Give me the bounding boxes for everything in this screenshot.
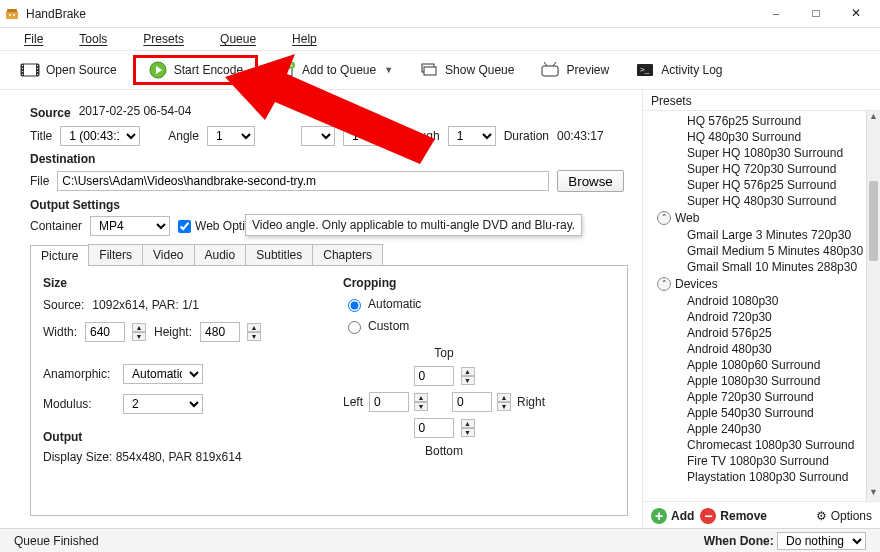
output-label: Output (43, 430, 303, 444)
crop-custom-radio[interactable]: Custom (343, 318, 545, 334)
preset-item[interactable]: Apple 1080p30 Surround (657, 373, 880, 389)
tab-filters[interactable]: Filters (88, 244, 143, 265)
preset-item[interactable]: Playstation 1080p30 Surround (657, 469, 880, 485)
menu-queue[interactable]: Queue (204, 30, 272, 48)
preset-item[interactable]: Super HQ 720p30 Surround (657, 161, 880, 177)
range-end-select[interactable]: 1 (448, 126, 496, 146)
tab-picture[interactable]: Picture (30, 245, 89, 266)
height-spinner[interactable]: ▲▼ (247, 323, 261, 341)
preset-item[interactable]: Android 1080p30 (657, 293, 880, 309)
add-to-queue-button[interactable]: + Add to Queue ▼ (268, 58, 401, 82)
crop-left-spinner[interactable]: ▲▼ (414, 393, 428, 411)
film-icon (20, 62, 40, 78)
svg-rect-12 (37, 68, 38, 69)
angle-label: Angle (168, 129, 199, 143)
maximize-button[interactable]: □ (796, 0, 836, 28)
start-encode-button[interactable]: Start Encode (140, 58, 251, 82)
crop-top-spinner[interactable]: ▲▼ (461, 367, 475, 385)
crop-bottom-input[interactable] (414, 418, 454, 438)
preset-item[interactable]: HQ 576p25 Surround (657, 113, 880, 129)
source-dim-label: Source: (43, 298, 84, 312)
output-settings-label: Output Settings (30, 198, 628, 212)
preset-item[interactable]: Apple 540p30 Surround (657, 405, 880, 421)
preset-remove-button[interactable]: −Remove (700, 508, 767, 524)
menu-presets[interactable]: Presets (127, 30, 200, 48)
preset-group-devices[interactable]: ˄Devices (657, 277, 880, 291)
crop-top-input[interactable] (414, 366, 454, 386)
preset-item[interactable]: Gmail Small 10 Minutes 288p30 (657, 259, 880, 275)
svg-line-24 (553, 62, 556, 66)
destination-file-input[interactable] (57, 171, 549, 191)
crop-right-spinner[interactable]: ▲▼ (497, 393, 511, 411)
svg-rect-11 (37, 65, 38, 66)
menu-help[interactable]: Help (276, 30, 333, 48)
duration-value: 00:43:17 (557, 129, 604, 143)
crop-right-input[interactable] (452, 392, 492, 412)
container-label: Container (30, 219, 82, 233)
menu-file[interactable]: File (8, 30, 59, 48)
preset-item[interactable]: Fire TV 1080p30 Surround (657, 453, 880, 469)
chevron-down-icon: ▼ (384, 65, 393, 75)
size-label: Size (43, 276, 303, 290)
when-done-select[interactable]: Do nothing (777, 532, 866, 550)
tab-audio[interactable]: Audio (194, 244, 247, 265)
preset-item[interactable]: Chromecast 1080p30 Surround (657, 437, 880, 453)
preset-item[interactable]: Apple 720p30 Surround (657, 389, 880, 405)
svg-rect-14 (37, 74, 38, 75)
browse-button[interactable]: Browse (557, 170, 623, 192)
svg-point-2 (9, 14, 11, 16)
title-label: Title (30, 129, 52, 143)
preset-add-button[interactable]: +Add (651, 508, 694, 524)
height-input[interactable] (200, 322, 240, 342)
preset-group-web[interactable]: ˄Web (657, 211, 880, 225)
crop-bottom-spinner[interactable]: ▲▼ (461, 419, 475, 437)
cropping-label: Cropping (343, 276, 545, 290)
tab-chapters[interactable]: Chapters (312, 244, 383, 265)
crop-bottom-label: Bottom (425, 444, 463, 458)
anamorphic-select[interactable]: Automatic (123, 364, 203, 384)
tv-icon (540, 62, 560, 78)
preset-item[interactable]: Android 576p25 (657, 325, 880, 341)
tab-video[interactable]: Video (142, 244, 194, 265)
tab-subtitles[interactable]: Subtitles (245, 244, 313, 265)
svg-rect-7 (22, 65, 23, 66)
svg-text:>_: >_ (640, 65, 650, 74)
preset-item[interactable]: Apple 1080p60 Surround (657, 357, 880, 373)
window-title: HandBrake (26, 7, 86, 21)
width-input[interactable] (85, 322, 125, 342)
plus-icon: + (651, 508, 667, 524)
anamorphic-label: Anamorphic: (43, 367, 115, 381)
preset-scrollbar[interactable]: ▲ ▼ (866, 111, 880, 501)
preset-item[interactable]: Super HQ 480p30 Surround (657, 193, 880, 209)
open-source-button[interactable]: Open Source (12, 58, 125, 82)
preset-item[interactable]: Apple 240p30 (657, 421, 880, 437)
preset-item[interactable]: Super HQ 576p25 Surround (657, 177, 880, 193)
svg-point-3 (13, 14, 15, 16)
close-button[interactable]: ✕ (836, 0, 876, 28)
show-queue-button[interactable]: Show Queue (411, 58, 522, 82)
modulus-select[interactable]: 2 (123, 394, 203, 414)
range-type-select[interactable] (301, 126, 335, 146)
crop-auto-radio[interactable]: Automatic (343, 296, 545, 312)
range-start-select[interactable]: 1 (343, 126, 391, 146)
container-select[interactable]: MP4 (90, 216, 170, 236)
crop-left-input[interactable] (369, 392, 409, 412)
title-select[interactable]: 1 (00:43:17) (60, 126, 140, 146)
menu-tools[interactable]: Tools (63, 30, 123, 48)
preset-item[interactable]: Super HQ 1080p30 Surround (657, 145, 880, 161)
preset-item[interactable]: Gmail Large 3 Minutes 720p30 (657, 227, 880, 243)
preset-item[interactable]: Gmail Medium 5 Minutes 480p30 (657, 243, 880, 259)
svg-rect-8 (22, 68, 23, 69)
preset-item[interactable]: Android 720p30 (657, 309, 880, 325)
preset-item[interactable]: HQ 480p30 Surround (657, 129, 880, 145)
preview-button[interactable]: Preview (532, 58, 617, 82)
preset-item[interactable]: Android 480p30 (657, 341, 880, 357)
destination-label: Destination (30, 152, 628, 166)
angle-select[interactable]: 1 (207, 126, 255, 146)
width-spinner[interactable]: ▲▼ (132, 323, 146, 341)
preset-options-button[interactable]: ⚙Options (816, 509, 872, 523)
activity-log-button[interactable]: >_ Activity Log (627, 58, 730, 82)
svg-rect-13 (37, 71, 38, 72)
terminal-icon: >_ (635, 62, 655, 78)
minimize-button[interactable]: – (756, 0, 796, 28)
